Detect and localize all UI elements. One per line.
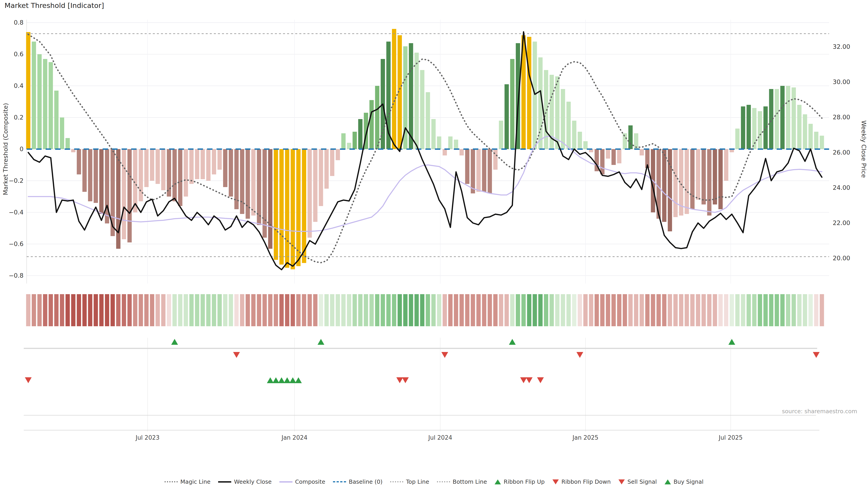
composite-bar [392,29,396,149]
market-threshold-chart: 0.80.60.40.20−0.2−0.4−0.6−0.832.0030.002… [0,0,868,488]
ribbon-cell [257,294,261,326]
composite-bar [612,149,616,165]
composite-bar [212,149,216,174]
legend-item-baseline-0-: Baseline (0) [333,479,382,485]
composite-bar [268,149,272,249]
ribbon-cell [308,294,312,326]
composite-bar [341,133,346,149]
composite-bar [161,149,165,190]
composite-bar [330,149,334,176]
ribbon-flip-up-marker [171,339,178,345]
ribbon-cell [206,294,211,326]
x-axis-tick-label: Jan 2024 [281,434,308,441]
ribbon-cell [685,294,689,326]
ribbon-cell [37,294,41,326]
ribbon-cell [600,294,604,326]
chart-legend: Magic LineWeekly CloseCompositeBaseline … [0,479,868,485]
ribbon-cell [302,294,306,326]
composite-bar [347,143,351,149]
left-axis-tick-label: 0 [20,145,24,153]
ribbon-cell [111,294,115,326]
ribbon-cell [763,294,768,326]
ribbon-cell [26,294,31,326]
ribbon-cell [66,294,70,326]
ribbon-cell [251,294,256,326]
ribbon-cell [341,294,346,326]
ribbon-cell [369,294,374,326]
composite-bar [414,53,419,149]
ribbon-cell [77,294,81,326]
composite-bar [66,138,70,149]
ribbon-cell [403,294,408,326]
dotted-line-swatch [164,481,178,482]
ribbon-cell [268,294,272,326]
ribbon-cell [510,294,515,326]
legend-item-label: Buy Signal [674,479,704,485]
ribbon-cell [173,294,177,326]
composite-bar [83,149,87,192]
legend-item-label: Sell Signal [627,479,657,485]
ribbon-cell [49,294,53,326]
composite-bar [527,37,531,149]
ribbon-cell [628,294,633,326]
ribbon-cell [156,294,160,326]
x-axis-tick-label: Jul 2024 [428,434,452,441]
ribbon-cell [291,294,295,326]
ribbon-cell [195,294,199,326]
composite-bar [578,132,582,149]
ribbon-cell [246,294,250,326]
right-axis-title: Weekly Close Price [860,121,867,178]
composite-bar [786,86,790,149]
ribbon-cell [482,294,486,326]
ribbon-cell [442,294,447,326]
ribbon-cell [105,294,109,326]
composite-bar [173,149,177,201]
composite-bar [628,125,633,149]
composite-bar [499,121,503,149]
composite-bar [308,149,312,238]
composite-bar [229,149,233,197]
ribbon-cell [358,294,363,326]
composite-bar [54,91,59,149]
sell-signal-marker [25,377,32,383]
ribbon-cell [797,294,802,326]
composite-bar [454,140,458,149]
composite-bar [561,89,565,149]
ribbon-cell [437,294,441,326]
x-axis-tick-label: Jul 2023 [135,434,160,441]
left-axis-tick-label: −0.4 [8,209,24,216]
ribbon-cell [679,294,683,326]
composite-bar [583,141,588,149]
ribbon-cell [775,294,779,326]
left-axis-tick-label: −0.6 [8,240,24,248]
triangle-down-icon [618,480,625,484]
triangle-up-icon [495,480,501,484]
ribbon-cell [527,294,531,326]
legend-item-sell-signal: Sell Signal [618,479,657,485]
ribbon-cell [352,294,357,326]
composite-bar [206,149,211,181]
ribbon-cell [769,294,773,326]
ribbon-cell [488,294,492,326]
sell-signal-marker [520,377,527,383]
legend-item-label: Baseline (0) [349,479,382,485]
composite-bar [814,132,818,149]
composite-bar [758,111,762,149]
composite-bar [572,121,577,149]
composite-bar [60,118,64,149]
composite-bar [156,149,160,184]
dotted-line-swatch [437,481,450,482]
ribbon-cell [319,294,323,326]
composite-bar [369,100,374,149]
ribbon-cell [212,294,216,326]
legend-item-label: Ribbon Flip Up [504,479,545,485]
composite-bar [195,149,199,179]
market-threshold-page: { "title": "Market Threshold [Indicator]… [0,0,868,488]
buy-signal-marker [295,377,302,383]
composite-bar [504,84,509,149]
right-axis-tick-label: 30.00 [833,78,850,86]
ribbon-cell [431,294,436,326]
left-axis-tick-label: −0.8 [8,272,24,279]
composite-bar [747,105,751,149]
composite-bar [775,89,779,149]
